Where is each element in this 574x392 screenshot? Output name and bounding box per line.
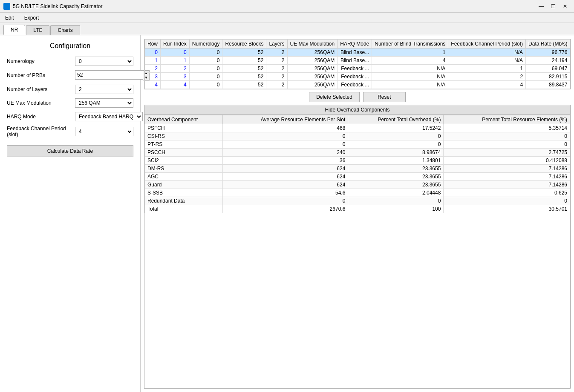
- results-cell: 52: [222, 49, 266, 57]
- overhead-row: PSCCH2408.986742.74725: [145, 149, 570, 157]
- results-cell: Blind Base...: [337, 49, 372, 57]
- tab-lte[interactable]: LTE: [26, 25, 49, 35]
- title-bar-left: 5G NR/LTE Sidelink Capacity Estimator: [3, 3, 103, 10]
- results-cell: 4: [161, 81, 190, 89]
- results-cell: Feedback ...: [337, 81, 372, 89]
- results-cell: N/A: [372, 65, 448, 73]
- col-header-run-index: Run Index: [161, 40, 190, 49]
- overhead-cell: 0.412088: [444, 157, 570, 165]
- overhead-cell: SCI2: [145, 157, 223, 165]
- tab-nr[interactable]: NR: [3, 25, 25, 35]
- results-table-container: Row Run Index Numerology Resource Blocks…: [144, 39, 571, 89]
- restore-button[interactable]: ❐: [548, 2, 559, 11]
- overhead-row: S-SSB54.62.044480.625: [145, 189, 570, 197]
- app-icon: [3, 3, 10, 10]
- prb-input[interactable]: [75, 70, 143, 80]
- numerology-select[interactable]: 01234: [75, 57, 133, 66]
- col-header-data-rate: Data Rate (Mb/s): [526, 40, 570, 49]
- harq-select[interactable]: Blind BaseFeedback Based HARQ: [75, 112, 143, 121]
- results-row[interactable]: 110522256QAMBlind Base...4N/A24.194: [145, 57, 570, 65]
- close-button[interactable]: ✕: [560, 2, 571, 11]
- overhead-cell: 5.35714: [444, 124, 570, 132]
- results-cell: 2: [266, 57, 287, 65]
- menu-edit[interactable]: Edit: [2, 14, 17, 22]
- overhead-cell: 0: [222, 132, 348, 140]
- results-cell: 0: [189, 57, 222, 65]
- overhead-cell: CSI-RS: [145, 132, 223, 140]
- overhead-cell: PSFCH: [145, 124, 223, 132]
- col-header-mod: UE Max Modulation: [287, 40, 337, 49]
- results-cell: 256QAM: [287, 57, 337, 65]
- overhead-section: Hide Overhead Components Overhead Compon…: [144, 105, 571, 389]
- overhead-cell: Redundant Data: [145, 197, 223, 205]
- overhead-cell: DM-RS: [145, 165, 223, 173]
- overhead-header[interactable]: Hide Overhead Components: [144, 105, 570, 115]
- overhead-cell: 0: [348, 197, 444, 205]
- overhead-cell: 17.5242: [348, 124, 444, 132]
- results-row[interactable]: 330522256QAMFeedback ...N/A282.9115: [145, 73, 570, 81]
- results-cell: Feedback ...: [337, 73, 372, 81]
- overhead-cell: 1.34801: [348, 157, 444, 165]
- modulation-select[interactable]: QPSK16 QAM64 QAM256 QAM: [75, 98, 133, 108]
- results-cell: 1: [161, 57, 190, 65]
- results-cell: 0: [161, 49, 190, 57]
- results-cell: 0: [189, 65, 222, 73]
- minimize-button[interactable]: —: [536, 2, 547, 11]
- overhead-cell: 0: [348, 132, 444, 140]
- results-cell: 256QAM: [287, 65, 337, 73]
- reset-button[interactable]: Reset: [363, 92, 406, 102]
- results-row[interactable]: 440522256QAMFeedback ...N/A489.8437: [145, 81, 570, 89]
- results-cell: N/A: [372, 73, 448, 81]
- overhead-cell: PSCCH: [145, 149, 223, 157]
- overhead-cell: 0: [444, 132, 570, 140]
- results-cell: 52: [222, 81, 266, 89]
- overhead-cell: 0.625: [444, 189, 570, 197]
- harq-row: HARQ Mode Blind BaseFeedback Based HARQ: [7, 112, 133, 121]
- prb-spinner: ▲ ▼: [75, 70, 150, 80]
- overhead-row: CSI-RS000: [145, 132, 570, 140]
- overhead-cell: 2.04448: [348, 189, 444, 197]
- results-row[interactable]: 220522256QAMFeedback ...N/A169.047: [145, 65, 570, 73]
- results-cell: 3: [145, 73, 161, 81]
- results-table: Row Run Index Numerology Resource Blocks…: [144, 39, 570, 89]
- overhead-row: AGC62423.36557.14286: [145, 173, 570, 181]
- layers-select[interactable]: 124: [75, 85, 133, 94]
- results-cell: 52: [222, 65, 266, 73]
- results-row[interactable]: 000522256QAMBlind Base...1N/A96.776: [145, 49, 570, 57]
- delete-selected-button[interactable]: Delete Selected: [309, 92, 360, 102]
- results-cell: N/A: [448, 57, 526, 65]
- results-cell: 2: [448, 73, 526, 81]
- col-header-layers: Layers: [266, 40, 287, 49]
- modulation-label: UE Max Modulation: [7, 100, 75, 106]
- results-cell: 69.047: [526, 65, 570, 73]
- results-cell: Feedback ...: [337, 65, 372, 73]
- col-header-harq: HARQ Mode: [337, 40, 372, 49]
- tabs-bar: NR LTE Charts: [0, 23, 574, 35]
- numerology-row: Numerology 01234: [7, 57, 133, 66]
- fb-period-select[interactable]: 1248: [75, 127, 133, 136]
- results-cell: 2: [266, 49, 287, 57]
- overhead-cell: 7.14286: [444, 165, 570, 173]
- title-bar: 5G NR/LTE Sidelink Capacity Estimator — …: [0, 0, 574, 13]
- overhead-cell: 2670.6: [222, 205, 348, 213]
- results-cell: 52: [222, 57, 266, 65]
- results-cell: 0: [145, 49, 161, 57]
- results-cell: N/A: [448, 49, 526, 57]
- results-cell: 2: [161, 65, 190, 73]
- modulation-row: UE Max Modulation QPSK16 QAM64 QAM256 QA…: [7, 98, 133, 108]
- calc-button[interactable]: Calculate Data Rate: [7, 145, 133, 157]
- results-cell: 256QAM: [287, 73, 337, 81]
- window-title: 5G NR/LTE Sidelink Capacity Estimator: [13, 3, 103, 9]
- results-cell: 2: [266, 65, 287, 73]
- overhead-cell: 36: [222, 157, 348, 165]
- overhead-cell: 7.14286: [444, 173, 570, 181]
- menu-export[interactable]: Export: [21, 14, 43, 22]
- results-cell: 1: [145, 57, 161, 65]
- overhead-row: Guard62423.36557.14286: [145, 181, 570, 189]
- results-cell: 0: [189, 49, 222, 57]
- harq-label: HARQ Mode: [7, 114, 75, 120]
- tab-charts[interactable]: Charts: [50, 25, 80, 35]
- action-btn-row: Delete Selected Reset: [144, 92, 571, 102]
- overhead-table: Overhead Component Average Resource Elem…: [144, 115, 570, 213]
- title-bar-controls: — ❐ ✕: [536, 2, 571, 11]
